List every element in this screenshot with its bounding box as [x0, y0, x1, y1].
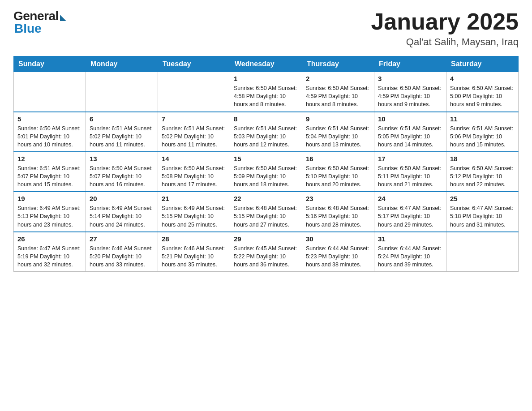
- calendar-location: Qal'at Salih, Maysan, Iraq: [371, 36, 519, 48]
- day-info: Sunrise: 6:50 AM Sunset: 5:00 PM Dayligh…: [450, 84, 515, 108]
- day-number: 19: [17, 195, 82, 202]
- day-number: 20: [90, 195, 154, 202]
- day-number: 15: [234, 155, 298, 163]
- calendar-cell: 24Sunrise: 6:47 AM Sunset: 5:17 PM Dayli…: [374, 192, 446, 231]
- day-info: Sunrise: 6:51 AM Sunset: 5:03 PM Dayligh…: [234, 124, 298, 149]
- calendar-cell: 20Sunrise: 6:49 AM Sunset: 5:14 PM Dayli…: [86, 192, 158, 231]
- calendar-cell: 25Sunrise: 6:47 AM Sunset: 5:18 PM Dayli…: [446, 192, 519, 231]
- day-number: 27: [90, 235, 154, 243]
- day-number: 10: [378, 115, 442, 123]
- calendar-week-row: 5Sunrise: 6:50 AM Sunset: 5:01 PM Daylig…: [14, 112, 519, 152]
- day-number: 26: [17, 235, 82, 243]
- calendar-cell: [14, 72, 86, 112]
- weekday-header-saturday: Saturday: [446, 56, 519, 72]
- day-info: Sunrise: 6:44 AM Sunset: 5:24 PM Dayligh…: [378, 244, 442, 269]
- calendar-table: SundayMondayTuesdayWednesdayThursdayFrid…: [13, 56, 519, 272]
- calendar-cell: [158, 72, 230, 112]
- day-info: Sunrise: 6:51 AM Sunset: 5:05 PM Dayligh…: [378, 124, 442, 149]
- day-info: Sunrise: 6:50 AM Sunset: 5:07 PM Dayligh…: [90, 164, 154, 188]
- day-number: 13: [90, 155, 154, 163]
- calendar-cell: 8Sunrise: 6:51 AM Sunset: 5:03 PM Daylig…: [230, 112, 302, 152]
- day-number: 28: [162, 235, 226, 243]
- day-info: Sunrise: 6:51 AM Sunset: 5:02 PM Dayligh…: [90, 124, 154, 149]
- logo-blue-text: Blue: [14, 21, 42, 36]
- day-info: Sunrise: 6:47 AM Sunset: 5:17 PM Dayligh…: [378, 204, 442, 228]
- day-info: Sunrise: 6:47 AM Sunset: 5:19 PM Dayligh…: [17, 244, 82, 269]
- calendar-cell: 14Sunrise: 6:50 AM Sunset: 5:08 PM Dayli…: [158, 152, 230, 192]
- calendar-cell: 17Sunrise: 6:50 AM Sunset: 5:11 PM Dayli…: [374, 152, 446, 192]
- day-info: Sunrise: 6:50 AM Sunset: 4:59 PM Dayligh…: [378, 84, 442, 108]
- day-number: 22: [234, 195, 298, 202]
- day-number: 1: [234, 75, 298, 82]
- day-number: 31: [378, 235, 442, 243]
- day-info: Sunrise: 6:50 AM Sunset: 5:01 PM Dayligh…: [17, 124, 82, 149]
- weekday-header-sunday: Sunday: [14, 56, 86, 72]
- calendar-cell: 27Sunrise: 6:46 AM Sunset: 5:20 PM Dayli…: [86, 232, 158, 272]
- calendar-cell: 11Sunrise: 6:51 AM Sunset: 5:06 PM Dayli…: [446, 112, 519, 152]
- day-number: 11: [450, 115, 515, 123]
- day-number: 24: [378, 195, 442, 202]
- day-number: 2: [306, 75, 370, 82]
- calendar-cell: 2Sunrise: 6:50 AM Sunset: 4:59 PM Daylig…: [302, 72, 374, 112]
- day-number: 16: [306, 155, 370, 163]
- calendar-week-row: 1Sunrise: 6:50 AM Sunset: 4:58 PM Daylig…: [14, 72, 519, 112]
- calendar-cell: 9Sunrise: 6:51 AM Sunset: 5:04 PM Daylig…: [302, 112, 374, 152]
- day-number: 17: [378, 155, 442, 163]
- day-info: Sunrise: 6:48 AM Sunset: 5:15 PM Dayligh…: [234, 204, 298, 228]
- calendar-week-row: 26Sunrise: 6:47 AM Sunset: 5:19 PM Dayli…: [14, 232, 519, 272]
- calendar-cell: 29Sunrise: 6:45 AM Sunset: 5:22 PM Dayli…: [230, 232, 302, 272]
- day-number: 3: [378, 75, 442, 82]
- day-info: Sunrise: 6:51 AM Sunset: 5:06 PM Dayligh…: [450, 124, 515, 149]
- day-number: 18: [450, 155, 515, 163]
- calendar-cell: 3Sunrise: 6:50 AM Sunset: 4:59 PM Daylig…: [374, 72, 446, 112]
- calendar-cell: 10Sunrise: 6:51 AM Sunset: 5:05 PM Dayli…: [374, 112, 446, 152]
- day-info: Sunrise: 6:50 AM Sunset: 4:59 PM Dayligh…: [306, 84, 370, 108]
- calendar-cell: 15Sunrise: 6:50 AM Sunset: 5:09 PM Dayli…: [230, 152, 302, 192]
- calendar-cell: 22Sunrise: 6:48 AM Sunset: 5:15 PM Dayli…: [230, 192, 302, 231]
- calendar-cell: 18Sunrise: 6:50 AM Sunset: 5:12 PM Dayli…: [446, 152, 519, 192]
- weekday-header-wednesday: Wednesday: [230, 56, 302, 72]
- calendar-cell: 31Sunrise: 6:44 AM Sunset: 5:24 PM Dayli…: [374, 232, 446, 272]
- day-number: 14: [162, 155, 226, 163]
- day-info: Sunrise: 6:49 AM Sunset: 5:13 PM Dayligh…: [17, 204, 82, 228]
- day-info: Sunrise: 6:47 AM Sunset: 5:18 PM Dayligh…: [450, 204, 515, 228]
- day-number: 29: [234, 235, 298, 243]
- calendar-title: January 2025: [371, 9, 519, 34]
- day-number: 7: [162, 115, 226, 123]
- day-info: Sunrise: 6:50 AM Sunset: 5:11 PM Dayligh…: [378, 164, 442, 188]
- calendar-cell: 28Sunrise: 6:46 AM Sunset: 5:21 PM Dayli…: [158, 232, 230, 272]
- calendar-cell: 5Sunrise: 6:50 AM Sunset: 5:01 PM Daylig…: [14, 112, 86, 152]
- calendar-cell: 12Sunrise: 6:51 AM Sunset: 5:07 PM Dayli…: [14, 152, 86, 192]
- day-number: 25: [450, 195, 515, 202]
- calendar-cell: 13Sunrise: 6:50 AM Sunset: 5:07 PM Dayli…: [86, 152, 158, 192]
- day-number: 23: [306, 195, 370, 202]
- calendar-week-row: 19Sunrise: 6:49 AM Sunset: 5:13 PM Dayli…: [14, 192, 519, 231]
- day-info: Sunrise: 6:51 AM Sunset: 5:07 PM Dayligh…: [17, 164, 82, 188]
- day-info: Sunrise: 6:51 AM Sunset: 5:04 PM Dayligh…: [306, 124, 370, 149]
- calendar-week-row: 12Sunrise: 6:51 AM Sunset: 5:07 PM Dayli…: [14, 152, 519, 192]
- day-number: 8: [234, 115, 298, 123]
- day-number: 4: [450, 75, 515, 82]
- calendar-cell: 23Sunrise: 6:48 AM Sunset: 5:16 PM Dayli…: [302, 192, 374, 231]
- calendar-cell: 19Sunrise: 6:49 AM Sunset: 5:13 PM Dayli…: [14, 192, 86, 231]
- weekday-header-friday: Friday: [374, 56, 446, 72]
- day-info: Sunrise: 6:50 AM Sunset: 5:09 PM Dayligh…: [234, 164, 298, 188]
- calendar-cell: 6Sunrise: 6:51 AM Sunset: 5:02 PM Daylig…: [86, 112, 158, 152]
- day-number: 9: [306, 115, 370, 123]
- day-info: Sunrise: 6:49 AM Sunset: 5:15 PM Dayligh…: [162, 204, 226, 228]
- calendar-cell: 16Sunrise: 6:50 AM Sunset: 5:10 PM Dayli…: [302, 152, 374, 192]
- day-info: Sunrise: 6:48 AM Sunset: 5:16 PM Dayligh…: [306, 204, 370, 228]
- day-number: 12: [17, 155, 82, 163]
- calendar-cell: 26Sunrise: 6:47 AM Sunset: 5:19 PM Dayli…: [14, 232, 86, 272]
- day-info: Sunrise: 6:45 AM Sunset: 5:22 PM Dayligh…: [234, 244, 298, 269]
- day-number: 21: [162, 195, 226, 202]
- logo-arrow-icon: [60, 15, 66, 21]
- day-info: Sunrise: 6:49 AM Sunset: 5:14 PM Dayligh…: [90, 204, 154, 228]
- page-header: General Blue January 2025 Qal'at Salih, …: [13, 9, 519, 48]
- calendar-cell: 21Sunrise: 6:49 AM Sunset: 5:15 PM Dayli…: [158, 192, 230, 231]
- day-info: Sunrise: 6:51 AM Sunset: 5:02 PM Dayligh…: [162, 124, 226, 149]
- day-info: Sunrise: 6:44 AM Sunset: 5:23 PM Dayligh…: [306, 244, 370, 269]
- weekday-header-thursday: Thursday: [302, 56, 374, 72]
- calendar-cell: 7Sunrise: 6:51 AM Sunset: 5:02 PM Daylig…: [158, 112, 230, 152]
- day-number: 30: [306, 235, 370, 243]
